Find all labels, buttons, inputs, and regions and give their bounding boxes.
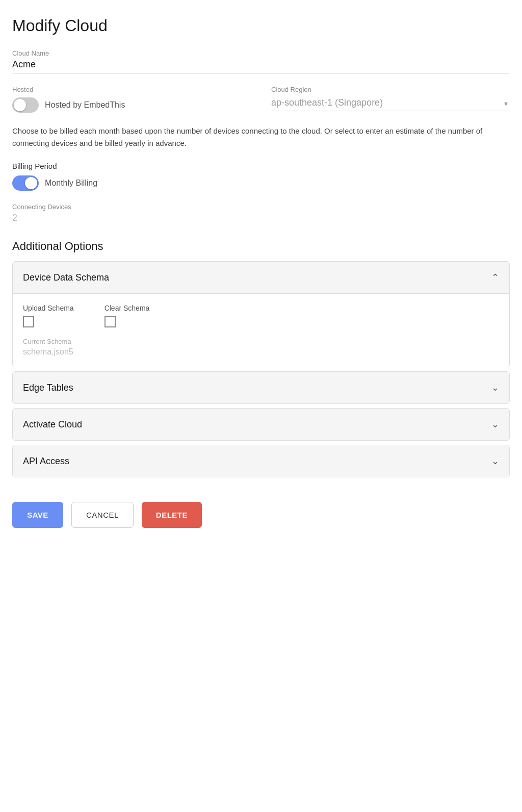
hosted-toggle-label: Hosted by EmbedThis xyxy=(45,100,125,110)
cloud-region-select[interactable]: ap-southeast-1 (Singapore) us-east-1 (N.… xyxy=(271,95,510,111)
edge-tables-header[interactable]: Edge Tables ⌄ xyxy=(13,372,509,403)
cancel-button[interactable]: CANCEL xyxy=(71,502,134,528)
billing-description: Choose to be billed each month based upo… xyxy=(12,125,510,149)
edge-tables-title: Edge Tables xyxy=(23,383,73,393)
hosted-toggle-row: Hosted by EmbedThis xyxy=(12,97,251,113)
billing-toggle-label: Monthly Billing xyxy=(45,179,97,188)
connecting-devices-label: Connecting Devices xyxy=(12,203,510,211)
hosted-section: Hosted Hosted by EmbedThis xyxy=(12,86,251,113)
connecting-devices-value: 2 xyxy=(12,213,510,223)
cloud-name-label: Cloud Name xyxy=(12,49,510,57)
cloud-region-section: Cloud Region ap-southeast-1 (Singapore) … xyxy=(271,86,510,113)
chevron-down-icon-api: ⌄ xyxy=(491,455,499,467)
activate-cloud-title: Activate Cloud xyxy=(23,419,82,430)
upload-schema-checkbox-wrapper xyxy=(23,316,74,327)
cloud-name-value: Acme xyxy=(12,59,510,73)
hosted-track xyxy=(12,97,39,113)
billing-period-label: Billing Period xyxy=(12,162,510,170)
delete-button[interactable]: DELETE xyxy=(142,502,202,528)
activate-cloud-header[interactable]: Activate Cloud ⌄ xyxy=(13,409,509,440)
upload-schema-col: Upload Schema xyxy=(23,304,74,327)
clear-schema-label: Clear Schema xyxy=(105,304,150,312)
upload-schema-label: Upload Schema xyxy=(23,304,74,312)
current-schema-value: schema.json5 xyxy=(23,347,499,357)
edge-tables-accordion: Edge Tables ⌄ xyxy=(12,371,510,404)
api-access-header[interactable]: API Access ⌄ xyxy=(13,445,509,477)
activate-cloud-accordion: Activate Cloud ⌄ xyxy=(12,408,510,441)
billing-thumb xyxy=(25,177,37,189)
api-access-accordion: API Access ⌄ xyxy=(12,445,510,477)
chevron-up-icon: ⌃ xyxy=(491,272,499,283)
hosted-label: Hosted xyxy=(12,86,251,93)
device-data-schema-title: Device Data Schema xyxy=(23,272,109,283)
chevron-down-icon-edge: ⌄ xyxy=(491,382,499,393)
device-data-schema-header[interactable]: Device Data Schema ⌃ xyxy=(13,262,509,293)
schema-checkboxes-row: Upload Schema Clear Schema xyxy=(23,304,499,327)
hosted-thumb xyxy=(14,99,26,111)
cloud-region-select-wrapper: ap-southeast-1 (Singapore) us-east-1 (N.… xyxy=(271,95,510,111)
chevron-down-icon-activate: ⌄ xyxy=(491,419,499,430)
save-button[interactable]: SAVE xyxy=(12,502,63,528)
current-schema-label: Current Schema xyxy=(23,338,499,345)
clear-schema-checkbox[interactable] xyxy=(105,316,116,327)
cloud-name-field: Cloud Name Acme xyxy=(12,49,510,73)
current-schema-section: Current Schema schema.json5 xyxy=(23,338,499,357)
billing-toggle[interactable] xyxy=(12,175,39,191)
clear-schema-col: Clear Schema xyxy=(105,304,150,327)
billing-track xyxy=(12,175,39,191)
billing-period-section: Billing Period Monthly Billing xyxy=(12,162,510,191)
bottom-buttons-row: SAVE CANCEL DELETE xyxy=(12,494,510,528)
clear-schema-checkbox-wrapper xyxy=(105,316,150,327)
connecting-devices-section: Connecting Devices 2 xyxy=(12,203,510,223)
additional-options-title: Additional Options xyxy=(12,240,510,253)
upload-schema-checkbox[interactable] xyxy=(23,316,34,327)
hosted-toggle[interactable] xyxy=(12,97,39,113)
api-access-title: API Access xyxy=(23,456,69,467)
cloud-region-label: Cloud Region xyxy=(271,86,510,93)
device-data-schema-accordion: Device Data Schema ⌃ Upload Schema Clear… xyxy=(12,261,510,367)
hosted-region-row: Hosted Hosted by EmbedThis Cloud Region … xyxy=(12,86,510,113)
page-title: Modify Cloud xyxy=(12,16,510,35)
device-data-schema-body: Upload Schema Clear Schema Current Schem… xyxy=(13,293,509,367)
billing-toggle-row: Monthly Billing xyxy=(12,175,510,191)
